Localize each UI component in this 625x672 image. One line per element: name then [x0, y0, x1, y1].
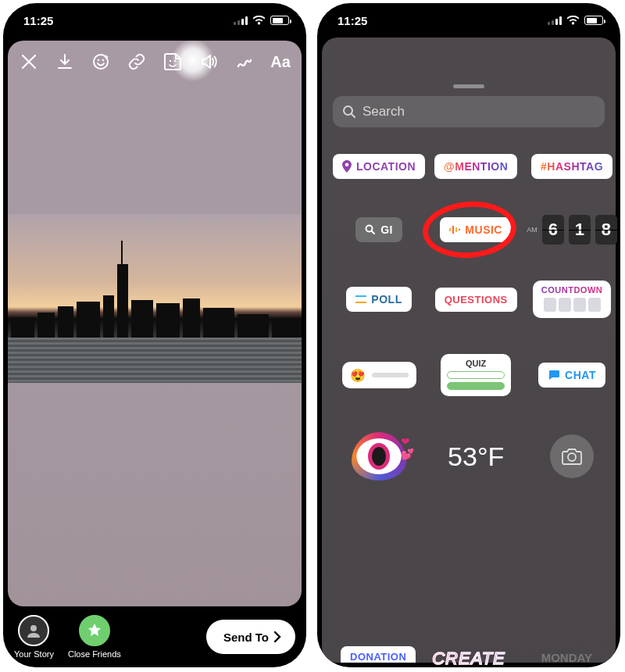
sound-button[interactable] — [197, 52, 220, 71]
status-right — [548, 16, 603, 25]
mention-sticker[interactable]: @MENTION — [434, 154, 517, 179]
quiz-sticker[interactable]: QUIZ — [441, 354, 511, 396]
wifi-icon — [252, 16, 266, 25]
cell-signal-icon — [234, 16, 248, 25]
close-icon — [20, 53, 38, 70]
text-button[interactable]: Aa — [269, 53, 292, 71]
battery-icon — [584, 16, 603, 25]
gif-sticker[interactable]: GI — [355, 217, 402, 242]
voice-sticker[interactable]: ❤💕 — [352, 432, 406, 481]
donation-label: DONATION — [350, 651, 406, 663]
story-editor-screen: 11:25 — [3, 3, 306, 667]
sound-icon — [199, 52, 218, 71]
music-sticker[interactable]: MUSIC — [440, 217, 512, 242]
music-label: MUSIC — [465, 223, 502, 236]
text-icon-label: Aa — [270, 53, 291, 70]
chevron-right-icon — [273, 631, 281, 643]
svg-point-1 — [98, 59, 100, 62]
temperature-sticker[interactable]: 53°F — [448, 441, 504, 472]
camera-icon — [562, 448, 582, 465]
poll-label: POLL — [371, 293, 402, 306]
svg-rect-8 — [449, 228, 451, 231]
svg-point-5 — [30, 625, 37, 631]
water-illustration — [8, 338, 302, 383]
mention-label: @MENTION — [444, 160, 508, 173]
draw-button[interactable] — [233, 52, 256, 71]
cell-signal-icon — [548, 16, 562, 25]
save-button[interactable] — [53, 53, 77, 70]
gif-sticker-wrapper: GI — [355, 217, 402, 242]
clock: 11:25 — [338, 14, 367, 27]
questions-label: QUESTIONS — [445, 294, 508, 306]
close-button[interactable] — [17, 53, 41, 70]
create-sticker[interactable]: CREATE — [432, 649, 505, 667]
story-media-preview[interactable] — [8, 214, 302, 383]
sticker-picker-screen: 11:25 Search LOCATION @MENTION #HASHTAG — [317, 3, 620, 667]
hashtag-sticker[interactable]: #HASHTAG — [531, 154, 612, 179]
sticker-search-input[interactable]: Search — [333, 96, 605, 127]
svg-point-12 — [568, 453, 576, 461]
emoji-icon: 😍 — [350, 368, 366, 383]
poll-bars-icon — [355, 295, 366, 303]
svg-rect-10 — [455, 227, 457, 232]
battery-icon — [270, 16, 289, 25]
quiz-option — [447, 382, 505, 390]
hearts-icon: ❤💕 — [401, 435, 414, 460]
sheet-grabber[interactable] — [453, 84, 484, 88]
chat-icon — [548, 370, 560, 381]
music-sticker-wrapper: MUSIC — [440, 217, 512, 242]
camera-sticker[interactable] — [550, 434, 594, 478]
status-bar: 11:25 — [317, 3, 620, 38]
chat-sticker[interactable]: CHAT — [538, 363, 605, 388]
countdown-boxes — [541, 298, 603, 312]
gif-label: GI — [380, 223, 393, 236]
sticker-grid: LOCATION @MENTION #HASHTAG GI MUSIC — [333, 154, 605, 481]
svg-point-2 — [102, 59, 105, 62]
ampm-label: AM — [527, 226, 538, 234]
location-label: LOCATION — [356, 160, 416, 173]
status-bar: 11:25 — [3, 3, 306, 38]
time-sticker[interactable]: AM 6 1 8 — [527, 215, 617, 245]
send-to-label: Send To — [223, 631, 269, 644]
hashtag-label: #HASHTAG — [541, 160, 603, 173]
svg-point-3 — [170, 60, 171, 62]
questions-sticker[interactable]: QUESTIONS — [435, 288, 517, 312]
sticker-button[interactable] — [161, 52, 184, 72]
skyline-illustration — [8, 291, 302, 338]
search-icon — [342, 105, 356, 119]
status-right — [234, 16, 289, 25]
quiz-label: QUIZ — [447, 359, 505, 368]
svg-rect-11 — [459, 229, 460, 231]
pin-icon — [342, 160, 352, 173]
avatar — [18, 615, 49, 646]
create-label: CREATE — [432, 649, 505, 667]
quiz-option — [447, 371, 505, 379]
music-bars-icon — [449, 224, 460, 235]
wifi-icon — [566, 16, 580, 25]
close-friends-button[interactable]: Close Friends — [68, 615, 121, 659]
countdown-label: COUNTDOWN — [541, 285, 603, 295]
svg-rect-9 — [452, 226, 454, 234]
close-friends-label: Close Friends — [68, 649, 121, 659]
donation-sticker[interactable]: DONATION — [341, 646, 416, 663]
story-canvas[interactable]: Aa — [8, 41, 302, 606]
time-digit: 6 — [542, 215, 564, 245]
day-label: MONDAY — [541, 651, 592, 664]
star-icon — [79, 615, 110, 646]
sticker-sheet[interactable]: Search LOCATION @MENTION #HASHTAG GI — [322, 77, 616, 667]
clock: 11:25 — [23, 14, 53, 27]
temperature-label: 53°F — [448, 441, 504, 471]
editor-toolbar: Aa — [17, 52, 292, 72]
face-effect-button[interactable] — [89, 52, 112, 71]
countdown-sticker[interactable]: COUNTDOWN — [533, 281, 611, 318]
location-sticker[interactable]: LOCATION — [333, 154, 425, 179]
your-story-button[interactable]: Your Story — [14, 615, 54, 659]
poll-sticker[interactable]: POLL — [346, 287, 411, 312]
day-sticker[interactable]: MONDAY — [541, 651, 592, 664]
link-button[interactable] — [125, 52, 148, 71]
draw-icon — [235, 52, 254, 71]
slider-track — [372, 373, 409, 377]
emoji-slider-sticker[interactable]: 😍 — [342, 362, 416, 388]
svg-point-4 — [174, 60, 176, 62]
send-to-button[interactable]: Send To — [206, 620, 295, 654]
